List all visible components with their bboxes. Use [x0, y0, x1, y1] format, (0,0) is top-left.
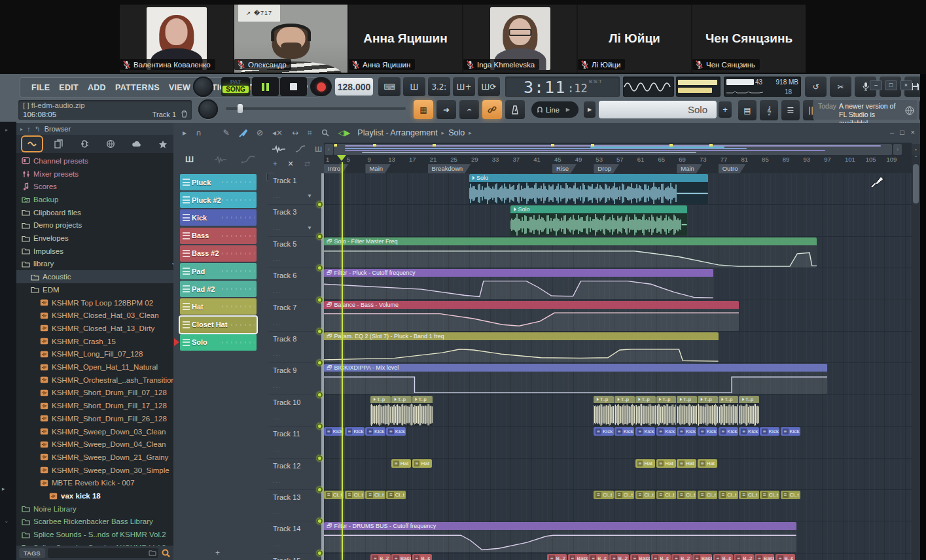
- pattern-clip[interactable]: ≡Hat: [412, 459, 432, 468]
- browser-item[interactable]: KSHMR_Open_Hat_11_Natural: [16, 360, 173, 374]
- pattern-clip[interactable]: ≡B..s: [588, 554, 608, 560]
- track-record-dot[interactable]: [317, 550, 323, 556]
- pattern-chip[interactable]: Solo: [180, 334, 257, 351]
- delete-tool-icon[interactable]: ⊘: [257, 128, 263, 137]
- track-row[interactable]: ≡Hat≡Hat≡Hat≡Hat≡Hat≡Hat: [324, 459, 920, 490]
- track-header[interactable]: Track 15···: [268, 553, 324, 560]
- channel-rack-button[interactable]: ▦: [414, 100, 433, 119]
- automation-clip[interactable]: 🗗 Param. EQ 2 (Slot 7) - Pluck - Band 1 …: [324, 332, 719, 362]
- mute-tool-icon[interactable]: ◂×: [272, 128, 283, 137]
- pattern-chip[interactable]: Bass #2: [180, 245, 257, 262]
- slide-tool-icon[interactable]: ↔: [292, 128, 298, 137]
- track-collapse-icon[interactable]: ▼: [307, 225, 312, 231]
- pattern-clip[interactable]: ≡Bass: [568, 554, 588, 560]
- timeline-marker[interactable]: Main: [677, 164, 702, 173]
- pattern-selector[interactable]: Solo: [599, 101, 717, 118]
- audio-loop-clip[interactable]: ⏵ T..p: [594, 396, 614, 426]
- pattern-clip[interactable]: ≡B..s: [412, 554, 432, 560]
- trash-icon[interactable]: [181, 110, 188, 118]
- pattern-clip[interactable]: ≡Kick: [760, 427, 779, 436]
- browser-item[interactable]: KSHMR_Orchestral_..ash_Transition_02: [16, 374, 173, 387]
- song-pat-toggle[interactable]: PAT SONG: [221, 77, 250, 96]
- timeline-marker[interactable]: Breakdown: [428, 164, 471, 173]
- participant-tile[interactable]: Валентина Коваленко: [120, 5, 233, 73]
- browser-item[interactable]: vax kick 18: [16, 489, 173, 502]
- participant-tile[interactable]: Inga Khmelevska: [463, 5, 577, 73]
- participant-tile[interactable]: Лі ЮйциЛі Юйци: [578, 5, 691, 73]
- track-options-icon[interactable]: ···: [273, 542, 281, 549]
- browser-item[interactable]: Envelopes: [16, 232, 173, 245]
- browser-item[interactable]: Scores: [16, 180, 173, 193]
- participant-tile[interactable]: Анна ЯцишинАнна Яцишин: [349, 5, 462, 73]
- track-header[interactable]: Track 11···: [268, 427, 324, 458]
- pattern-chip[interactable]: Bass: [180, 228, 257, 244]
- playback-tool-icon[interactable]: ◁▶: [338, 128, 350, 137]
- undo-button[interactable]: ↺: [805, 77, 827, 97]
- audio-loop-clip[interactable]: ⏵ T..p: [698, 396, 718, 426]
- fl-logo-knob[interactable]: [193, 77, 213, 97]
- pattern-clip[interactable]: ≡Cl..t: [781, 491, 800, 499]
- browser-undo-icon[interactable]: ↰: [35, 125, 41, 133]
- online-tab[interactable]: [101, 137, 120, 151]
- pattern-clip[interactable]: ≡Bass: [391, 554, 411, 560]
- browser-item[interactable]: Mixer presets: [16, 167, 173, 181]
- pattern-clip[interactable]: ≡B..s: [651, 554, 671, 560]
- track-options-icon[interactable]: ···: [273, 352, 281, 359]
- browser-item[interactable]: KSHMR_Sweep_Down_21_Grainy: [16, 451, 173, 464]
- timeline-marker[interactable]: Outro: [719, 164, 746, 173]
- track-record-dot[interactable]: [317, 487, 323, 493]
- close-button[interactable]: ×: [900, 80, 912, 90]
- track-record-dot[interactable]: [317, 328, 323, 334]
- browser-item[interactable]: KSHMR Top Loop 128BPM 02: [16, 296, 173, 309]
- pattern-clip[interactable]: ≡Kick: [614, 427, 634, 436]
- master-pitch-knob[interactable]: [198, 99, 218, 119]
- arrow-right-button[interactable]: ➜: [436, 100, 456, 119]
- pattern-clip[interactable]: ≡Cl..t: [677, 491, 696, 499]
- track-row[interactable]: ≡Kick≡Kick≡Kick≡Kick≡Kick≡Kick≡Kick≡Kick…: [324, 427, 920, 458]
- browser-item[interactable]: Acoustic: [16, 270, 173, 283]
- audio-clip[interactable]: ⏵ Solo: [469, 174, 708, 204]
- pattern-clip[interactable]: ≡Hat: [677, 459, 696, 468]
- collapse-arrow-icon[interactable]: ▸: [5, 127, 8, 133]
- track-header[interactable]: Track 1···▼: [268, 173, 324, 205]
- plugin-presets-tab[interactable]: [22, 137, 42, 151]
- pattern-clip[interactable]: ≡Cl..t: [614, 491, 634, 499]
- pattern-clip[interactable]: ≡Hat: [391, 459, 411, 468]
- overview-left-arrow[interactable]: ‹: [325, 144, 333, 155]
- overview-scrollbar[interactable]: [334, 144, 892, 155]
- track-header[interactable]: Track 3···▼: [268, 205, 324, 236]
- track-options-icon[interactable]: ···: [273, 384, 281, 391]
- playlist-maximize-icon[interactable]: □: [900, 128, 904, 136]
- track-row[interactable]: ⏵ T..p⏵ T..p⏵ T..p⏵ T..p⏵ T..p⏵ T..p⏵ T.…: [324, 395, 920, 427]
- menu-item-file[interactable]: FILE: [27, 83, 54, 92]
- track-options-icon[interactable]: ···: [273, 479, 281, 485]
- browser-item[interactable]: KSHMR_Closed_Hat_03_Clean: [16, 309, 173, 322]
- pattern-chip[interactable]: Pluck: [180, 174, 257, 190]
- metronome2-button[interactable]: [505, 100, 525, 119]
- pattern-clip[interactable]: ≡Kick: [739, 427, 758, 436]
- browser-item[interactable]: KSHMR_Crash_15: [16, 335, 173, 348]
- automation-clip[interactable]: 🗗 Filter - Pluck - Cutoff frequency: [324, 269, 713, 299]
- browser-item[interactable]: KSHMR_Sweep_Down_03_Clean: [16, 425, 173, 438]
- overdub-button[interactable]: Ш+: [453, 77, 475, 96]
- link-button[interactable]: [482, 100, 502, 119]
- cut-button[interactable]: ✂: [830, 77, 851, 97]
- pattern-clip[interactable]: ≡Kick: [698, 427, 717, 436]
- track-row[interactable]: 🗗 BIGKIXDIPPA - Mix level: [324, 363, 920, 394]
- track-header[interactable]: Track 14···: [268, 521, 324, 553]
- pattern-clip[interactable]: ≡Hat: [656, 459, 676, 468]
- arrange-automation-icon[interactable]: [295, 145, 306, 153]
- pattern-clip[interactable]: ≡B..s: [775, 554, 795, 560]
- track-header[interactable]: Track 12···: [268, 459, 324, 490]
- track-options-icon[interactable]: ···: [273, 447, 281, 454]
- menu-item-edit[interactable]: EDIT: [54, 83, 83, 92]
- browser-back-icon[interactable]: ▸: [20, 126, 23, 132]
- minimize-button[interactable]: –: [870, 80, 882, 90]
- audio-loop-clip[interactable]: ⏵ T..p: [719, 396, 739, 426]
- timeline-marker[interactable]: Rise: [552, 164, 577, 173]
- playlist-close-icon[interactable]: ×: [911, 128, 915, 136]
- timeline-marker[interactable]: Intro: [324, 164, 348, 173]
- automation-clip[interactable]: 🗗 BIGKIXDIPPA - Mix level: [324, 364, 827, 394]
- playlist-view-button[interactable]: ▤: [738, 100, 757, 120]
- update-notification[interactable]: Today A newer version of FL Studio is av…: [813, 99, 918, 120]
